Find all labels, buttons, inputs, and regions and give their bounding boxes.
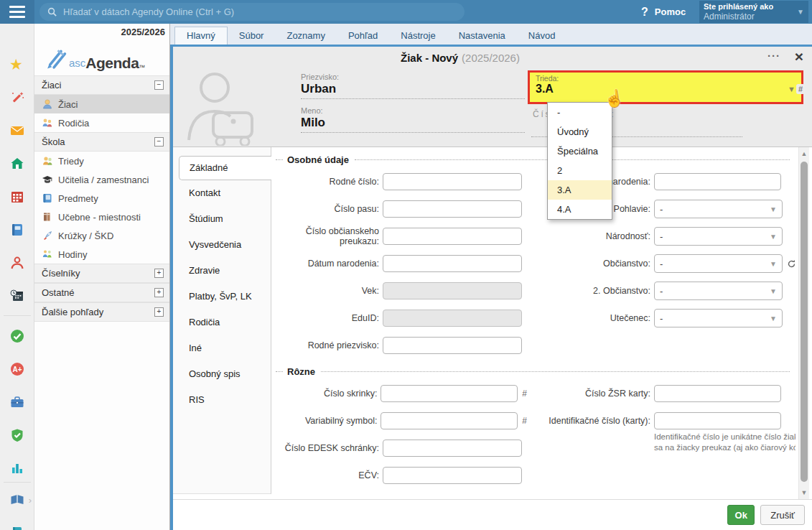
collapse-icon[interactable]: −	[154, 80, 164, 90]
datum-narodenia-label: Dátum narodenia:	[271, 259, 383, 269]
miesto-narodenia-input[interactable]	[654, 173, 781, 190]
more-options-button[interactable]: ···	[767, 50, 780, 62]
grades-a-plus-icon[interactable]: A+	[9, 361, 25, 377]
app-window: Hľadať v dátach Agendy Online (Ctrl + G)…	[0, 0, 812, 530]
parents-icon	[42, 117, 53, 129]
variabilny-symbol-input[interactable]	[381, 412, 518, 429]
vertical-scrollbar[interactable]: ▲ ▼	[798, 147, 809, 499]
search-placeholder: Hľadať v dátach Agendy Online (Ctrl + G)	[63, 6, 234, 17]
magic-wand-icon[interactable]	[9, 90, 25, 106]
sidebar-group-ciselniky[interactable]: Číselníky+	[34, 264, 169, 283]
cancel-button[interactable]: Zrušiť	[760, 505, 805, 525]
menu-tab-zoznamy[interactable]: Zoznamy	[275, 27, 336, 45]
firstname-field[interactable]: Meno: Milo	[301, 106, 525, 133]
security-shield-icon[interactable]	[9, 427, 25, 443]
menu-tab-navod[interactable]: Návod	[517, 27, 567, 45]
identifikacne-cislo-karty-input[interactable]	[654, 412, 781, 429]
rodne-cislo-input[interactable]	[383, 173, 522, 190]
dialog-tab-ine[interactable]: Iné	[173, 335, 271, 361]
ok-button[interactable]: Ok	[727, 505, 755, 525]
sidebar-group-skola[interactable]: Škola−	[34, 132, 169, 152]
narodnost-select[interactable]: -▼	[654, 227, 783, 246]
sidebar-item-triedy[interactable]: Triedy	[34, 152, 169, 170]
sidebar-group-dalsie-pohlady[interactable]: Ďalšie pohľady+	[34, 302, 169, 322]
dialog-tab-zakladne[interactable]: Základné	[179, 156, 271, 180]
dialog-tab-rodicia[interactable]: Rodičia	[173, 310, 271, 335]
menu-tab-hlavny[interactable]: Hlavný	[174, 27, 228, 45]
ecv-input[interactable]	[383, 467, 522, 484]
dropdown-option[interactable]: Špeciálna	[548, 141, 612, 161]
cislo-edesk-schranky-input[interactable]	[383, 440, 522, 457]
sidebar-item-predmety[interactable]: Predmety	[34, 189, 169, 208]
attendance-check-icon[interactable]	[9, 328, 25, 344]
sidebar-group-ostatne[interactable]: Ostatné+	[34, 283, 169, 302]
documents-icon[interactable]: ›	[9, 525, 25, 530]
dialog-tab-platby-svp-lk[interactable]: Platby, ŠvP, LK	[173, 284, 271, 310]
rodne-priezvisko-input[interactable]	[383, 337, 522, 354]
library-book-icon[interactable]: ›	[9, 492, 25, 508]
search-icon	[47, 6, 57, 17]
obcianstvo-select[interactable]: -▼	[654, 254, 783, 273]
menu-tab-nastavenia[interactable]: Nastavenia	[447, 27, 517, 45]
sidebar-item-ziaci[interactable]: Žiaci	[34, 95, 169, 113]
cislo-skrinky-input[interactable]	[381, 385, 518, 402]
dropdown-option[interactable]: 3.A	[548, 180, 612, 200]
menu-tab-nastroje[interactable]: Nástroje	[389, 27, 447, 45]
dropdown-option[interactable]: 2	[548, 161, 612, 180]
refresh-icon[interactable]	[787, 259, 795, 269]
dialog-tab-kontakt[interactable]: Kontakt	[173, 180, 271, 206]
dialog-tab-ris[interactable]: RIS	[173, 387, 271, 413]
sidebar-item-ucebne-miestnosti[interactable]: Učebne - miestnosti	[34, 208, 169, 226]
surname-field[interactable]: Priezvisko: Urban	[301, 73, 525, 99]
cislo-obcianskeho-preukazu-input[interactable]	[383, 228, 522, 245]
favorites-star-icon[interactable]: ★	[9, 57, 25, 73]
menu-tab-subor[interactable]: Súbor	[228, 27, 276, 45]
dropdown-option[interactable]: -	[548, 103, 612, 122]
scroll-up-arrow[interactable]: ▲	[799, 150, 809, 157]
scroll-down-arrow[interactable]: ▼	[799, 489, 809, 496]
statistics-chart-icon[interactable]	[9, 460, 25, 476]
dropdown-option[interactable]: 4.A	[548, 200, 612, 219]
cislo-zsr-karty-input[interactable]	[654, 385, 781, 402]
menu-tab-pohlad[interactable]: Pohľad	[337, 27, 389, 45]
class-select[interactable]: Trieda: 3.A ▼	[528, 70, 803, 104]
hamburger-menu-icon[interactable]	[0, 0, 34, 24]
calendar-clock-icon[interactable]	[9, 288, 25, 304]
question-mark-icon: ?	[641, 6, 648, 19]
scrollbar-thumb[interactable]	[801, 162, 808, 482]
sidebar-item-kruzky-skd[interactable]: Krúžky / ŠKD	[34, 226, 169, 245]
classbook-icon[interactable]	[9, 222, 25, 238]
expand-icon[interactable]: +	[154, 307, 164, 317]
dropdown-option[interactable]: Úvodný	[548, 122, 612, 141]
person-icon[interactable]	[9, 255, 25, 271]
dialog-tab-studium[interactable]: Štúdium	[173, 206, 271, 232]
help-button[interactable]: ? Pomoc	[641, 0, 686, 24]
envelope-icon[interactable]	[9, 123, 25, 139]
timetable-grid-icon[interactable]	[9, 189, 25, 205]
form-row: Vek:	[271, 277, 527, 304]
close-icon[interactable]: ×	[795, 48, 803, 65]
sidebar-item-hodiny[interactable]: Hodiny	[34, 245, 169, 264]
cislo-pasu-input[interactable]	[383, 200, 522, 218]
collapse-icon[interactable]: −	[154, 137, 164, 147]
user-menu[interactable]: Ste prihlásený ako Administrátor ▼	[699, 1, 808, 23]
sidebar-group-ziaci[interactable]: Žiaci−	[34, 75, 169, 95]
sidebar-item-ucitelia-zamestnanci[interactable]: Učitelia / zamestnanci	[34, 170, 169, 189]
sidebar-item-rodicia[interactable]: Rodičia	[34, 113, 169, 132]
rocket-icon	[42, 230, 53, 241]
briefcase-icon[interactable]	[9, 394, 25, 410]
search-input[interactable]: Hľadať v dátach Agendy Online (Ctrl + G)	[39, 3, 465, 21]
dialog-tab-zdravie[interactable]: Zdravie	[173, 258, 271, 284]
druhe-obcianstvo-select[interactable]: -▼	[654, 282, 783, 300]
utecenec-select[interactable]: -▼	[654, 309, 783, 327]
datum-narodenia-input[interactable]	[383, 255, 522, 272]
expand-icon[interactable]: +	[154, 269, 164, 278]
dialog-tab-osobny-spis[interactable]: Osobný spis	[173, 361, 271, 387]
school-home-icon[interactable]	[9, 156, 25, 172]
expand-icon[interactable]: +	[154, 288, 164, 297]
pohlavie-select[interactable]: -▼	[654, 200, 783, 218]
pencil-logo-icon	[42, 48, 67, 71]
dialog-tab-vysvedcenia[interactable]: Vysvedčenia	[173, 232, 271, 258]
dialog-tab-column: ZákladnéKontaktŠtúdiumVysvedčeniaZdravie…	[173, 147, 271, 494]
logged-in-as-label: Ste prihlásený ako	[704, 2, 773, 11]
